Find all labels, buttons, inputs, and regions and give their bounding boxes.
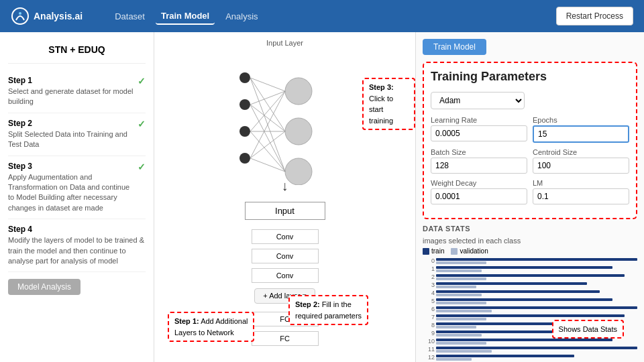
step3-desc: Apply Augumentation and Transformation o… (8, 172, 133, 214)
center-panel: Input Layer (154, 32, 416, 362)
logo: Analysis.ai (11, 7, 83, 25)
step2-desc: Split Selected Data into Training and Te… (8, 129, 133, 150)
weight-decay-group: Weight Decay (431, 179, 527, 204)
step2-title: Step 2 (8, 119, 133, 128)
section-title: Training Parameters (431, 70, 629, 84)
datastats-annotation: Shows Data Stats (552, 320, 624, 339)
epochs-label: Epochs (533, 116, 629, 124)
fc-btn-2[interactable]: FC (252, 331, 319, 346)
lm-input[interactable] (533, 188, 629, 204)
epochs-input[interactable] (533, 125, 629, 143)
train-model-button[interactable]: Train Model (423, 39, 486, 55)
batch-size-group: Batch Size (431, 148, 527, 174)
restart-button[interactable]: Restart Process (556, 7, 633, 25)
weight-decay-label: Weight Decay (431, 179, 527, 187)
svg-line-14 (250, 105, 285, 172)
train-legend-label: train (431, 247, 444, 255)
validation-legend-color (451, 248, 458, 255)
step1-desc: Select and generate dataset for model bu… (8, 86, 133, 107)
step1-title: Step 1 (8, 76, 133, 85)
weight-decay-input[interactable] (431, 188, 527, 204)
conv-btn-1[interactable]: Conv (252, 229, 319, 244)
step1-check: ✓ (138, 76, 146, 86)
svg-line-9 (250, 78, 285, 91)
svg-point-4 (239, 126, 250, 137)
batch-size-input[interactable] (431, 158, 527, 174)
sidebar-step2: Step 2 Split Selected Data into Training… (8, 113, 146, 156)
svg-line-18 (250, 91, 285, 158)
step4-desc: Modify the layers of model to be trained… (8, 235, 146, 266)
input-layer-label: Input Layer (266, 39, 303, 47)
svg-point-8 (285, 158, 312, 185)
logo-text: Analysis.ai (34, 11, 83, 21)
centroid-size-group: Centroid Size (533, 148, 629, 174)
nav-analysis[interactable]: Analysis (220, 9, 263, 24)
step1-annotation: Step 1: Add AdditionalLayers to Network (168, 312, 254, 342)
conv-btn-3[interactable]: Conv (252, 268, 319, 283)
learning-rate-input[interactable] (431, 125, 527, 141)
centroid-size-input[interactable] (533, 158, 629, 174)
step2-annotation: Step 2: Fill in therequired parameters (288, 295, 368, 325)
batch-size-label: Batch Size (431, 148, 527, 156)
svg-point-2 (239, 72, 250, 83)
sidebar-step4: Step 4 Modify the layers of model to be … (8, 219, 146, 272)
optimizer-row: Adam SGD RMSProp (431, 92, 629, 109)
svg-point-3 (239, 99, 250, 110)
sidebar-step3: Step 3 Apply Augumentation and Transform… (8, 156, 146, 220)
step3-annotation: Step 3: Click to starttraining (362, 78, 415, 130)
learning-rate-group: Learning Rate (431, 116, 527, 143)
svg-point-1 (19, 12, 21, 15)
step4-title: Step 4 (8, 225, 146, 234)
bar-chart: 0 1 2 3 4 (423, 257, 637, 362)
training-params-box: Training Parameters Adam SGD RMSProp Lea… (423, 62, 637, 219)
validation-legend-label: validation (460, 247, 488, 255)
svg-line-19 (250, 131, 285, 158)
sidebar-step1: Step 1 Select and generate dataset for m… (8, 70, 146, 113)
conv-btn-2[interactable]: Conv (252, 249, 319, 263)
optimizer-select[interactable]: Adam SGD RMSProp (431, 92, 525, 109)
chart-legend: train validation (423, 247, 637, 255)
chart-title: images selected in each class (423, 237, 637, 245)
svg-line-12 (250, 91, 285, 105)
learning-rate-label: Learning Rate (431, 116, 527, 124)
svg-line-13 (250, 105, 285, 131)
svg-point-6 (285, 78, 312, 105)
svg-line-17 (250, 131, 285, 172)
epochs-group: Epochs (533, 116, 629, 143)
centroid-size-label: Centroid Size (533, 148, 629, 156)
lm-label: LM (533, 179, 629, 187)
step2-check: ✓ (138, 119, 146, 129)
train-legend-color (423, 248, 429, 255)
nav-dataset[interactable]: Dataset (109, 9, 150, 24)
layers-section: Conv Conv Conv (154, 228, 415, 284)
train-legend: train (423, 247, 444, 255)
sidebar: STN + EDUQ Step 1 Select and generate da… (0, 32, 154, 362)
model-analysis-button[interactable]: Model Analysis (8, 279, 80, 295)
conv-layer-3: Conv (252, 268, 319, 283)
svg-line-10 (250, 78, 285, 131)
params-grid: Learning Rate Epochs Batch Size Centroid… (431, 116, 629, 204)
svg-line-20 (250, 158, 285, 172)
svg-point-5 (239, 153, 250, 164)
right-panel: Train Model Training Parameters Adam SGD… (416, 32, 644, 362)
lm-group: LM (533, 179, 629, 204)
validation-legend: validation (451, 247, 488, 255)
sidebar-title: STN + EDUQ (8, 40, 146, 64)
conv-layer-2: Conv (252, 249, 319, 263)
svg-point-7 (285, 118, 312, 145)
conv-layer-1: Conv (252, 229, 319, 244)
data-stats-section: DATA STATS images selected in each class… (423, 225, 637, 362)
data-stats-label: DATA STATS (423, 225, 637, 233)
neural-network-diagram (218, 51, 352, 185)
input-box: Input (245, 202, 325, 220)
step3-title: Step 3 (8, 162, 133, 171)
nav-train-model[interactable]: Train Model (156, 8, 215, 25)
step3-check: ✓ (138, 162, 146, 172)
